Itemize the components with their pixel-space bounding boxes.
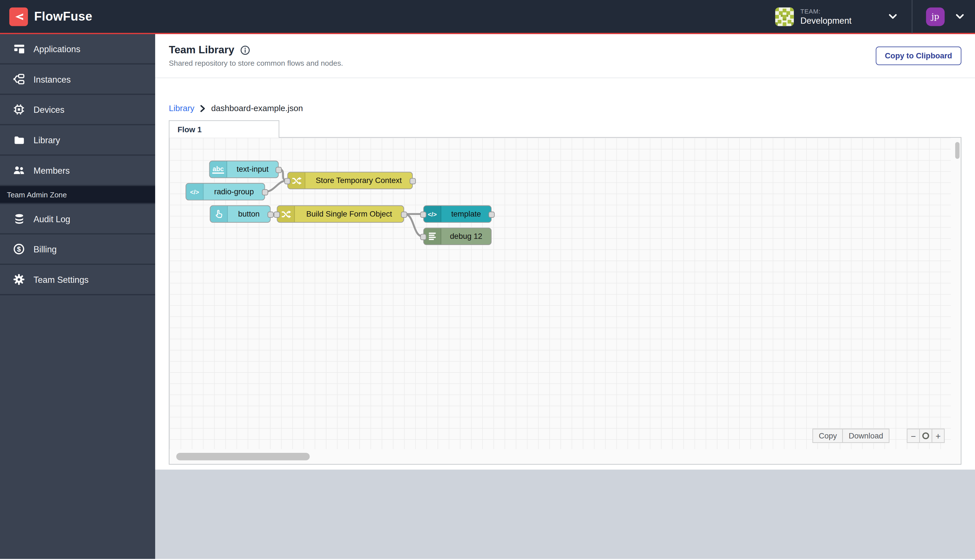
copy-to-clipboard-button[interactable]: Copy to Clipboard bbox=[875, 47, 961, 65]
team-settings-icon bbox=[12, 273, 25, 286]
breadcrumb: Library dashboard-example.json bbox=[169, 102, 975, 114]
applications-icon bbox=[12, 42, 25, 55]
sidebar-item-label: Library bbox=[33, 135, 60, 145]
library-icon bbox=[12, 133, 25, 146]
main-content: Team Library Shared repository to store … bbox=[155, 34, 975, 559]
sidebar-item-label: Instances bbox=[33, 74, 71, 84]
node-output-port[interactable] bbox=[488, 212, 494, 218]
team-admin-zone-label: Team Admin Zone bbox=[0, 186, 155, 204]
flow-node-template[interactable]: </> template bbox=[423, 205, 491, 223]
chevron-down-icon bbox=[889, 13, 897, 19]
sidebar-item-label: Team Settings bbox=[33, 275, 88, 285]
sidebar-item-devices[interactable]: Devices bbox=[0, 95, 155, 125]
node-output-port[interactable] bbox=[262, 189, 268, 195]
brand-name: FlowFuse bbox=[34, 9, 92, 24]
instances-icon bbox=[12, 72, 25, 85]
sidebar-item-label: Members bbox=[33, 165, 70, 175]
library-view: Library dashboard-example.json Flow 1 bbox=[155, 78, 975, 465]
chevron-down-icon bbox=[956, 13, 964, 19]
sidebar-item-team-settings[interactable]: Team Settings bbox=[0, 265, 155, 295]
sidebar: Applications Instances bbox=[0, 34, 155, 559]
team-avatar bbox=[775, 7, 794, 26]
audit-log-icon bbox=[12, 212, 25, 225]
svg-text:$: $ bbox=[17, 245, 21, 253]
page-header: Team Library Shared repository to store … bbox=[155, 34, 975, 78]
flowfuse-logo[interactable]: FlowFuse bbox=[0, 7, 92, 26]
circle-icon bbox=[922, 432, 929, 439]
abc-icon: abc bbox=[210, 161, 227, 177]
change-icon bbox=[288, 173, 306, 188]
node-input-port[interactable] bbox=[420, 234, 426, 240]
flow-node-build-single-form-object[interactable]: Build Single Form Object bbox=[277, 205, 404, 223]
node-output-port[interactable] bbox=[275, 167, 282, 173]
topnav-right: TEAM: Development jp bbox=[766, 0, 975, 33]
sidebar-item-library[interactable]: Library bbox=[0, 125, 155, 156]
flowfuse-app: FlowFuse bbox=[0, 0, 975, 560]
node-input-port[interactable] bbox=[420, 212, 426, 218]
page-subtitle: Shared repository to store common flows … bbox=[169, 59, 343, 68]
team-label: TEAM: bbox=[800, 8, 852, 15]
pointer-icon bbox=[210, 206, 228, 222]
devices-icon bbox=[12, 103, 25, 116]
zoom-out-button[interactable]: − bbox=[907, 428, 920, 443]
copy-flow-button[interactable]: Copy bbox=[813, 428, 843, 443]
sidebar-item-label: Devices bbox=[33, 105, 65, 115]
flow-node-debug-12[interactable]: debug 12 bbox=[423, 228, 491, 245]
flow-node-button[interactable]: button bbox=[210, 205, 271, 223]
node-output-port[interactable] bbox=[267, 212, 274, 218]
code-icon: </> bbox=[186, 183, 204, 200]
billing-icon: $ bbox=[12, 242, 25, 255]
chevron-right-icon bbox=[200, 105, 206, 112]
flowfuse-logo-icon bbox=[9, 7, 28, 26]
horizontal-scrollbar-thumb[interactable] bbox=[176, 453, 310, 460]
node-output-port[interactable] bbox=[410, 178, 416, 184]
members-icon bbox=[12, 164, 25, 177]
zoom-in-button[interactable]: + bbox=[932, 428, 945, 443]
page-title: Team Library bbox=[169, 44, 234, 57]
change-icon bbox=[277, 206, 295, 222]
zoom-controls: − + bbox=[907, 428, 945, 443]
code-icon: </> bbox=[424, 206, 441, 222]
flow-node-store-temporary-context[interactable]: Store Temporary Context bbox=[287, 172, 413, 189]
team-name: Development bbox=[800, 15, 852, 25]
zoom-reset-button[interactable] bbox=[919, 428, 932, 443]
sidebar-item-billing[interactable]: $ Billing bbox=[0, 235, 155, 265]
flow-tab[interactable]: Flow 1 bbox=[169, 120, 279, 138]
breadcrumb-library-link[interactable]: Library bbox=[169, 103, 194, 113]
export-controls: Copy Download bbox=[813, 428, 889, 443]
sidebar-item-label: Applications bbox=[33, 44, 80, 53]
node-input-port[interactable] bbox=[284, 178, 290, 184]
sidebar-item-label: Billing bbox=[33, 244, 57, 254]
flow-tab-label: Flow 1 bbox=[177, 125, 202, 134]
download-flow-button[interactable]: Download bbox=[842, 428, 889, 443]
user-menu[interactable]: jp bbox=[912, 0, 975, 33]
sidebar-item-label: Audit Log bbox=[33, 214, 70, 223]
flow-canvas[interactable]: abc text-input bbox=[169, 137, 961, 465]
canvas-grid bbox=[170, 138, 951, 449]
vertical-scrollbar-thumb[interactable] bbox=[955, 142, 960, 159]
top-nav: FlowFuse bbox=[0, 0, 975, 34]
user-avatar: jp bbox=[926, 7, 945, 26]
node-output-port[interactable] bbox=[401, 212, 407, 218]
flow-node-radio-group[interactable]: </> radio-group bbox=[185, 183, 265, 200]
node-input-port[interactable] bbox=[274, 212, 280, 218]
team-switcher[interactable]: TEAM: Development bbox=[766, 0, 912, 33]
sidebar-item-audit-log[interactable]: Audit Log bbox=[0, 204, 155, 235]
info-icon[interactable] bbox=[240, 45, 250, 55]
flow-node-text-input[interactable]: abc text-input bbox=[209, 161, 279, 178]
sidebar-item-applications[interactable]: Applications bbox=[0, 34, 155, 65]
breadcrumb-current-file: dashboard-example.json bbox=[211, 103, 303, 113]
sidebar-item-instances[interactable]: Instances bbox=[0, 65, 155, 95]
sidebar-item-members[interactable]: Members bbox=[0, 156, 155, 186]
page-footer-area bbox=[155, 470, 975, 559]
debug-icon bbox=[424, 228, 441, 245]
